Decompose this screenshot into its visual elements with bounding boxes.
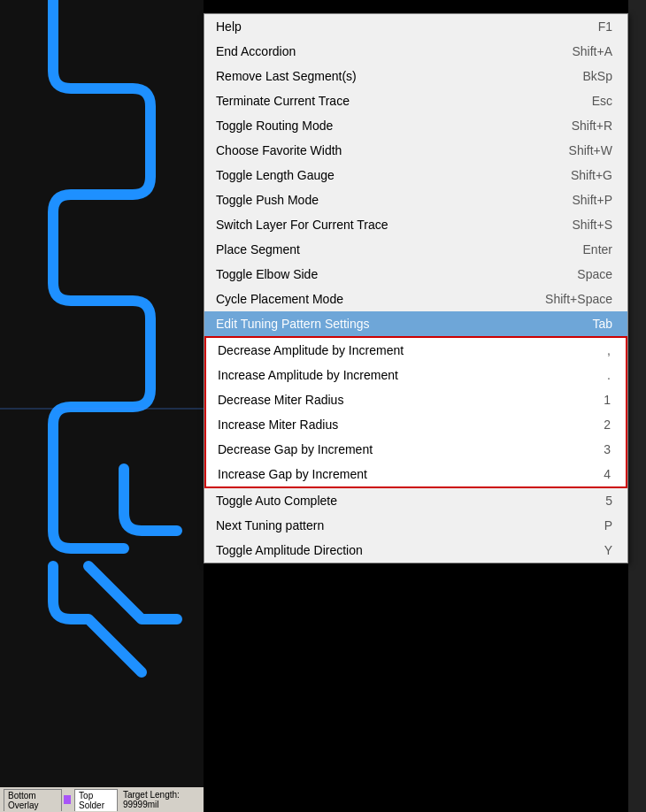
menu-item-shortcut: Esc	[592, 94, 612, 108]
menu-item-label: Terminate Current Trace	[216, 94, 350, 108]
menu-item-label: Choose Favorite Width	[216, 143, 342, 157]
menu-item-label: Toggle Amplitude Direction	[216, 543, 363, 557]
menu-item-label: Increase Miter Radius	[218, 417, 338, 432]
menu-item-terminate-current-trace[interactable]: Terminate Current TraceEsc	[204, 88, 627, 113]
menu-item-label: Remove Last Segment(s)	[216, 69, 357, 83]
menu-item-shortcut: Enter	[583, 242, 612, 257]
tab-top-solder[interactable]: Top Solder	[74, 789, 118, 811]
menu-item-end-accordion[interactable]: End AccordionShift+A	[204, 39, 627, 64]
menu-item-shortcut: 2	[604, 417, 611, 432]
menu-item-shortcut: Shift+S	[572, 218, 612, 232]
menu-item-shortcut: Shift+P	[572, 193, 612, 207]
menu-item-place-segment[interactable]: Place SegmentEnter	[204, 237, 627, 262]
menu-item-shortcut: ,	[607, 343, 611, 357]
red-border-group: Decrease Amplitude by Increment,Increase…	[204, 336, 627, 488]
menu-item-cycle-placement-mode[interactable]: Cycle Placement ModeShift+Space	[204, 287, 627, 311]
menu-item-shortcut: Space	[577, 267, 612, 281]
menu-item-shortcut: F1	[598, 19, 612, 34]
menu-item-shortcut: Y	[604, 543, 612, 557]
menu-item-label: Place Segment	[216, 242, 300, 257]
menu-item-increase-amplitude-by-increment[interactable]: Increase Amplitude by Increment.	[206, 363, 626, 387]
menu-item-label: Switch Layer For Current Trace	[216, 218, 388, 232]
right-background	[628, 0, 646, 812]
solder-color-indicator	[64, 795, 71, 804]
context-menu: HelpF1End AccordionShift+ARemove Last Se…	[204, 13, 628, 563]
menu-item-shortcut: 3	[604, 442, 611, 456]
menu-item-label: Edit Tuning Pattern Settings	[216, 317, 370, 331]
menu-item-shortcut: BkSp	[583, 69, 612, 83]
menu-item-shortcut: Shift+Space	[545, 292, 612, 306]
menu-item-shortcut: Shift+W	[569, 143, 612, 157]
menu-item-decrease-amplitude-by-increment[interactable]: Decrease Amplitude by Increment,	[206, 338, 626, 363]
menu-item-shortcut: Tab	[592, 317, 612, 331]
menu-item-edit-tuning-pattern-settings[interactable]: Edit Tuning Pattern SettingsTab	[204, 311, 627, 336]
pcb-background	[0, 0, 204, 812]
menu-item-toggle-amplitude-direction[interactable]: Toggle Amplitude DirectionY	[204, 538, 627, 563]
menu-item-label: Toggle Routing Mode	[216, 119, 333, 133]
menu-item-label: Toggle Auto Complete	[216, 494, 337, 508]
menu-item-increase-miter-radius[interactable]: Increase Miter Radius2	[206, 412, 626, 437]
menu-item-label: Help	[216, 19, 242, 34]
menu-item-decrease-gap-by-increment[interactable]: Decrease Gap by Increment3	[206, 437, 626, 462]
menu-item-shortcut: 1	[604, 393, 611, 407]
menu-item-label: Increase Amplitude by Increment	[218, 368, 398, 382]
menu-item-toggle-auto-complete[interactable]: Toggle Auto Complete5	[204, 488, 627, 513]
menu-item-label: Decrease Miter Radius	[218, 393, 343, 407]
menu-item-label: End Accordion	[216, 44, 296, 58]
menu-item-shortcut: 5	[605, 494, 612, 508]
menu-item-shortcut: 4	[604, 467, 611, 481]
menu-item-label: Toggle Length Gauge	[216, 168, 335, 182]
menu-item-toggle-routing-mode[interactable]: Toggle Routing ModeShift+R	[204, 113, 627, 138]
menu-item-toggle-elbow-side[interactable]: Toggle Elbow SideSpace	[204, 262, 627, 287]
menu-item-label: Cycle Placement Mode	[216, 292, 343, 306]
menu-item-label: Decrease Amplitude by Increment	[218, 343, 404, 357]
menu-item-shortcut: Shift+A	[572, 44, 612, 58]
menu-item-label: Next Tuning pattern	[216, 518, 324, 532]
menu-item-label: Decrease Gap by Increment	[218, 442, 373, 456]
menu-item-decrease-miter-radius[interactable]: Decrease Miter Radius1	[206, 387, 626, 412]
menu-item-shortcut: P	[604, 518, 612, 532]
menu-item-choose-favorite-width[interactable]: Choose Favorite WidthShift+W	[204, 138, 627, 163]
menu-item-toggle-length-gauge[interactable]: Toggle Length GaugeShift+G	[204, 163, 627, 188]
menu-item-label: Toggle Push Mode	[216, 193, 319, 207]
menu-item-label: Increase Gap by Increment	[218, 467, 367, 481]
menu-item-help[interactable]: HelpF1	[204, 14, 627, 39]
menu-item-remove-last-segment-s-[interactable]: Remove Last Segment(s)BkSp	[204, 64, 627, 88]
menu-item-shortcut: Shift+G	[571, 168, 612, 182]
tab-bottom-overlay[interactable]: Bottom Overlay	[4, 789, 62, 811]
menu-item-switch-layer-for-current-trace[interactable]: Switch Layer For Current TraceShift+S	[204, 212, 627, 237]
menu-item-toggle-push-mode[interactable]: Toggle Push ModeShift+P	[204, 188, 627, 212]
menu-item-increase-gap-by-increment[interactable]: Increase Gap by Increment4	[206, 462, 626, 486]
status-length: Target Length: 99999mil	[123, 790, 200, 809]
menu-item-shortcut: Shift+R	[572, 119, 612, 133]
menu-item-label: Toggle Elbow Side	[216, 267, 318, 281]
status-bar: Bottom Overlay Top Solder Target Length:…	[0, 787, 204, 812]
menu-item-shortcut: .	[607, 368, 611, 382]
menu-item-next-tuning-pattern[interactable]: Next Tuning patternP	[204, 513, 627, 538]
